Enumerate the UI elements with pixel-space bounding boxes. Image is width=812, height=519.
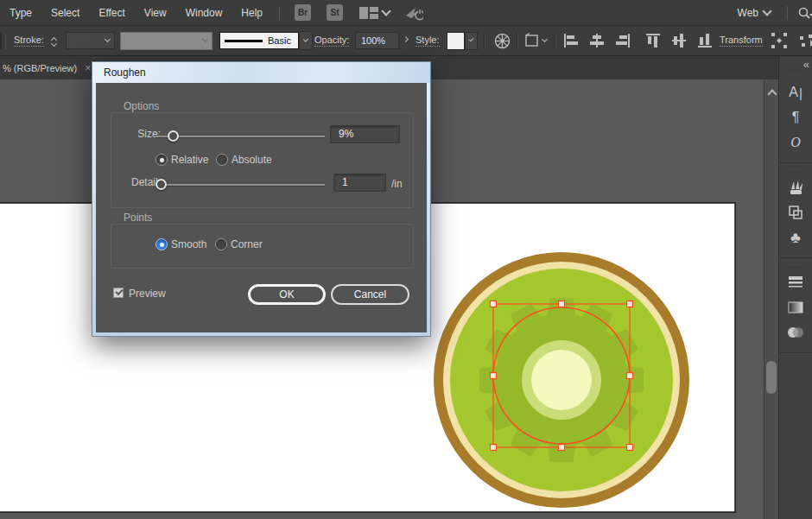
style-label[interactable]: Style: [416,35,440,47]
kiwi-artwork[interactable] [434,252,689,508]
opacity-value-field[interactable]: 100% [355,32,399,49]
opentype-panel-button[interactable]: O [779,132,812,153]
align-left-button[interactable] [561,30,581,51]
recolor-artwork-button[interactable] [492,30,512,51]
relative-radio[interactable] [155,154,168,166]
menu-effect[interactable]: Effect [89,7,134,19]
style-dropdown-chevron[interactable] [465,32,478,50]
align-center-horizontal-button[interactable] [587,30,607,51]
transparency-panel-button[interactable] [779,322,812,343]
gradient-panel-button[interactable] [779,297,812,318]
brush-definition-dropdown[interactable]: Basic [219,32,299,49]
tab-close-icon[interactable]: × [85,62,91,74]
selection-handle[interactable] [559,445,565,451]
paragraph-panel-button[interactable]: ¶ [779,107,812,128]
brush-dropdown-chevron[interactable] [299,31,313,50]
document-tab-label: % (RGB/Preview) [3,63,77,73]
character-panel-icon: A [789,85,798,100]
style-swatch[interactable] [447,32,465,50]
smooth-label[interactable]: Smooth [171,238,206,250]
workspace-switcher[interactable]: Web [728,7,780,19]
chevron-down-icon [303,36,308,41]
collapse-panels-icon[interactable]: « [803,58,808,71]
selection-handle[interactable] [491,445,497,451]
chevron-down-icon [105,36,111,42]
bridge-button[interactable]: Br [295,4,311,21]
smooth-radio[interactable] [155,238,168,250]
cancel-button[interactable]: Cancel [331,284,409,305]
artboard-icon [523,33,541,48]
align-bottom-button[interactable] [695,30,715,51]
vertical-scrollbar[interactable] [764,79,778,519]
detail-value-field[interactable]: 1 [333,174,386,192]
stroke-panel-button[interactable] [779,272,812,293]
size-label: Size: [122,128,161,140]
artboards-panel-button[interactable] [779,202,812,223]
symbols-panel-button[interactable]: ♣ [779,227,812,248]
selection-handle[interactable] [559,301,565,307]
gripper-icon[interactable]: ······ [779,167,812,173]
relative-label[interactable]: Relative [171,154,208,166]
selection-handle[interactable] [627,373,633,379]
chevron-down-icon [381,6,390,16]
variable-width-profile-dropdown[interactable] [120,32,213,50]
size-value-field[interactable]: 9% [330,125,400,143]
menu-select[interactable]: Select [41,7,89,19]
arrange-documents-button[interactable] [359,7,390,19]
document-tab[interactable]: % (RGB/Preview) × [0,62,91,74]
chevron-right-icon [403,36,409,42]
brushes-panel-button[interactable] [779,177,812,198]
shear-tool-button[interactable] [796,30,812,51]
kiwi-core [531,350,592,410]
dock-group-objects: ······ ♣ [779,163,812,258]
absolute-label[interactable]: Absolute [232,154,272,166]
corner-label[interactable]: Corner [231,238,263,250]
align-right-button[interactable] [612,30,633,51]
corner-radio[interactable] [215,238,227,250]
opacity-expand-button[interactable] [399,30,412,51]
absolute-radio[interactable] [216,154,228,166]
align-top-button[interactable] [643,30,663,51]
character-panel-button[interactable]: A| [779,82,812,103]
artboards-panel-icon [787,204,804,221]
align-center-vertical-button[interactable] [669,30,689,51]
stroke-label[interactable]: Stroke: [14,35,44,47]
menu-view[interactable]: View [135,7,176,19]
selection-handle[interactable] [491,373,497,379]
stroke-weight-stepper[interactable] [48,32,60,49]
arrange-documents-icon [359,7,378,19]
selection-handle[interactable] [627,445,633,451]
size-slider[interactable] [155,136,325,137]
preview-checkbox[interactable] [113,288,124,298]
scrollbar-thumb[interactable] [766,361,777,394]
search-icon [796,6,812,20]
size-slider-knob[interactable] [168,130,179,142]
ok-button[interactable]: OK [248,284,326,305]
transform-label[interactable]: Transform [720,35,763,47]
selection-handle[interactable] [627,301,633,307]
selection-handle[interactable] [491,301,497,307]
stock-button[interactable]: St [327,4,343,21]
preview-label[interactable]: Preview [129,288,166,300]
dialog-titlebar[interactable]: Roughen [92,62,430,83]
detail-slider-knob[interactable] [155,179,167,190]
detail-slider[interactable] [155,184,325,186]
free-distort-icon [771,32,788,49]
gripper-icon[interactable]: ······ [779,72,812,78]
menu-window[interactable]: Window [176,7,232,19]
points-group-label: Points [121,212,155,224]
dialog-body: Options Size: 9% Relative Absolute Detai… [96,83,427,332]
align-top-icon [644,32,662,49]
search-button[interactable] [795,3,812,23]
free-distort-button[interactable] [769,30,790,51]
opentype-panel-icon: O [790,135,801,150]
align-bottom-icon [696,32,714,49]
scroll-up-button[interactable] [769,85,776,101]
opacity-label[interactable]: Opacity: [314,35,349,47]
menu-help[interactable]: Help [232,7,272,19]
gripper-icon[interactable]: ······ [779,262,812,268]
menu-type[interactable]: Type [0,7,41,19]
stroke-weight-dropdown[interactable] [66,32,115,49]
share-button[interactable] [403,3,424,23]
document-setup-button[interactable] [522,30,542,51]
